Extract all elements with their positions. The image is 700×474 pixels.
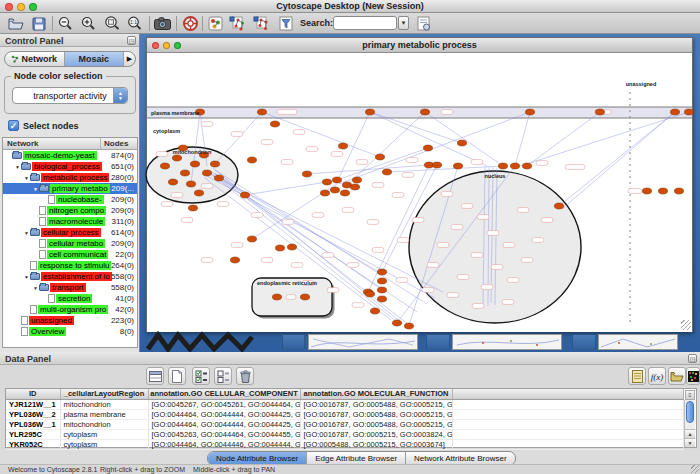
- tree-row[interactable]: nucleobase-209(0): [3, 194, 137, 205]
- column-config-button[interactable]: ≡: [685, 390, 695, 400]
- disclosure-triangle-icon[interactable]: ▼: [32, 285, 39, 291]
- help-button[interactable]: [181, 14, 200, 33]
- tree-row[interactable]: Overview8(0): [3, 326, 137, 337]
- zoom-out-button[interactable]: [56, 14, 75, 33]
- table-row[interactable]: YPL036W__2plasma membrane[GO:0044464, GO…: [6, 409, 684, 419]
- network-node[interactable]: [214, 175, 223, 181]
- network-node[interactable]: [272, 294, 281, 300]
- search-config-button[interactable]: [414, 14, 433, 33]
- network-node[interactable]: [377, 278, 386, 284]
- network-node[interactable]: [370, 308, 379, 314]
- tree-row[interactable]: ▼transport558(0): [3, 282, 137, 293]
- scroll-up-arrow[interactable]: ▲: [685, 429, 695, 438]
- save-session-button[interactable]: [29, 14, 48, 33]
- import-attributes-button[interactable]: [668, 367, 686, 385]
- network-node[interactable]: [670, 109, 679, 115]
- network-node[interactable]: [595, 109, 604, 115]
- network-window-titlebar[interactable]: primary metabolic process: [147, 38, 692, 53]
- network-node[interactable]: [287, 244, 296, 250]
- network-canvas[interactable]: plasma membranecytoplasmmitochondrionnuc…: [147, 54, 692, 332]
- network-node[interactable]: [365, 109, 374, 115]
- network-node[interactable]: [377, 269, 386, 275]
- tree-row[interactable]: ▼cellular process614(0): [3, 227, 137, 238]
- select-nodes-checkbox[interactable]: ✓: [8, 120, 19, 131]
- network-node[interactable]: [375, 154, 384, 160]
- open-session-button[interactable]: [6, 14, 25, 33]
- tree-row[interactable]: response to stimulu264(0): [3, 260, 137, 271]
- network-node[interactable]: [453, 163, 462, 169]
- tree-col-network[interactable]: Network: [3, 138, 101, 149]
- table-row[interactable]: YPL036W__1mitochondrion[GO:0044464, GO:0…: [6, 419, 684, 429]
- zoom-in-button[interactable]: [79, 14, 98, 33]
- network-node[interactable]: [658, 188, 667, 194]
- tree-row[interactable]: ▼metabolic process280(0): [3, 172, 137, 183]
- network-node[interactable]: [168, 179, 177, 185]
- zoom-fit-button[interactable]: 1:1: [125, 14, 144, 33]
- network-node[interactable]: [377, 296, 386, 302]
- network-node[interactable]: [300, 294, 309, 300]
- network-view-window[interactable]: primary metabolic process plasma membran…: [146, 37, 693, 332]
- tab-network[interactable]: Network: [5, 52, 64, 66]
- tree-row[interactable]: ▼primary metabo209(...: [3, 183, 137, 194]
- table-row[interactable]: YJR121W__1mitochondrion[GO:0045267, GO:0…: [6, 399, 684, 409]
- float-panel-icon[interactable]: ◳: [127, 36, 136, 45]
- formula-builder-button[interactable]: f(x): [648, 367, 666, 385]
- network-node[interactable]: [188, 205, 197, 211]
- select-attributes-button[interactable]: [146, 367, 164, 385]
- network-node[interactable]: [247, 157, 256, 163]
- network-node[interactable]: [172, 155, 181, 161]
- background-window-preview[interactable]: [308, 334, 418, 350]
- tree-row[interactable]: ▼establishment of lo558(0): [3, 271, 137, 282]
- network-node[interactable]: [525, 109, 534, 115]
- node-color-dropdown[interactable]: transporter activity ▲▼: [12, 87, 128, 104]
- search-input[interactable]: [333, 16, 397, 30]
- network-node[interactable]: [247, 236, 256, 242]
- network-node[interactable]: [457, 140, 466, 146]
- background-window-chunk[interactable]: [572, 334, 596, 350]
- destroy-network-button[interactable]: [252, 14, 271, 33]
- network-node[interactable]: [322, 179, 331, 185]
- network-node[interactable]: [257, 109, 266, 115]
- tree-row[interactable]: unassigned223(0): [3, 315, 137, 326]
- app-resize-grip[interactable]: [691, 465, 699, 473]
- disclosure-triangle-icon[interactable]: ▼: [23, 230, 30, 236]
- tree-row[interactable]: nitrogen compo209(0): [3, 205, 137, 216]
- disclosure-triangle-icon[interactable]: ▼: [23, 175, 30, 181]
- col-header-cellular[interactable]: annotation.GO CELLULAR_COMPONENT: [148, 389, 300, 399]
- snapshot-button[interactable]: [153, 14, 172, 33]
- background-window-preview[interactable]: [452, 334, 562, 350]
- network-node[interactable]: [340, 190, 349, 196]
- background-window-chunk[interactable]: [426, 334, 450, 350]
- network-node[interactable]: [180, 170, 189, 176]
- network-node[interactable]: [404, 323, 413, 329]
- network-node[interactable]: [423, 145, 432, 151]
- tree-row[interactable]: mosaic-demo-yeast874(0): [3, 150, 137, 161]
- network-node[interactable]: [684, 109, 693, 115]
- network-node[interactable]: [674, 188, 683, 194]
- background-window-preview[interactable]: [598, 334, 678, 350]
- vizmapper-button[interactable]: [206, 14, 225, 33]
- network-node[interactable]: [320, 190, 329, 196]
- network-node[interactable]: [210, 161, 219, 167]
- network-node[interactable]: [330, 187, 339, 193]
- network-node[interactable]: [510, 163, 519, 169]
- zoom-selected-button[interactable]: [102, 14, 121, 33]
- tab-overflow-arrow[interactable]: ▶: [123, 52, 135, 66]
- network-node[interactable]: [160, 163, 169, 169]
- disclosure-triangle-icon[interactable]: ▼: [32, 186, 39, 192]
- tree-col-nodes[interactable]: Nodes: [101, 138, 137, 149]
- network-node[interactable]: [352, 177, 361, 183]
- network-node[interactable]: [302, 171, 311, 177]
- delete-attribute-button[interactable]: [236, 367, 254, 385]
- col-header-region[interactable]: _cellularLayoutRegion: [60, 389, 148, 399]
- search-dropdown-arrow[interactable]: ▼: [398, 16, 409, 30]
- matrix-view-button[interactable]: [686, 367, 700, 385]
- network-node[interactable]: [190, 161, 199, 167]
- window-resize-grip[interactable]: [681, 320, 691, 330]
- network-node[interactable]: [186, 181, 195, 187]
- tree-row[interactable]: multi-organism pro42(0): [3, 304, 137, 315]
- tree-row[interactable]: macromolecule311(0): [3, 216, 137, 227]
- network-node[interactable]: [202, 170, 211, 176]
- float-panel-icon[interactable]: ◳: [688, 354, 697, 363]
- tree-row[interactable]: cellular metabo209(0): [3, 238, 137, 249]
